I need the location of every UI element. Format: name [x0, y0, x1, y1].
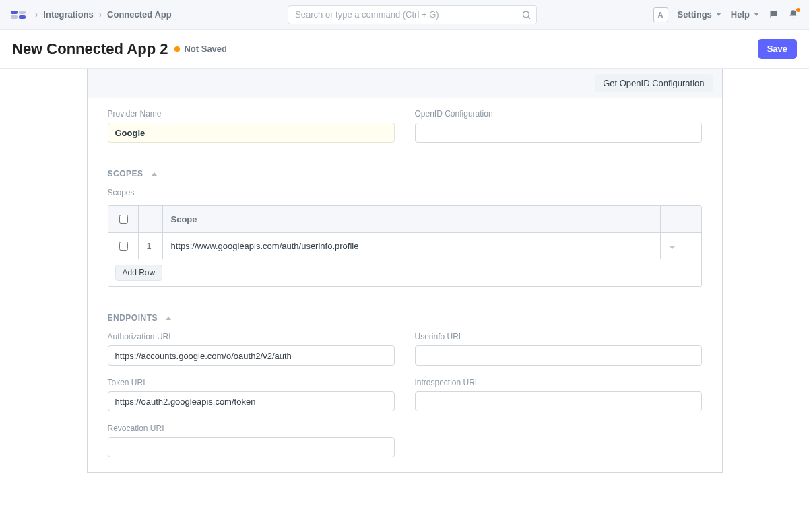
label-authorization-uri: Authorization URI	[108, 332, 395, 341]
help-menu[interactable]: Help	[731, 9, 759, 20]
settings-menu[interactable]: Settings	[678, 9, 721, 20]
chevron-up-icon	[166, 317, 171, 320]
row-index: 1	[138, 233, 162, 260]
add-row-button[interactable]: Add Row	[115, 265, 163, 281]
select-all-checkbox[interactable]	[119, 215, 128, 224]
chevron-down-icon	[669, 246, 676, 249]
label-userinfo-uri: Userinfo URI	[415, 332, 702, 341]
label-scopes: Scopes	[108, 188, 702, 197]
settings-label: Settings	[678, 9, 712, 20]
svg-point-0	[523, 11, 529, 18]
section-title-scopes: Scopes	[108, 169, 143, 178]
label-introspection-uri: Introspection URI	[415, 378, 702, 387]
label-token-uri: Token URI	[108, 378, 395, 387]
navbar: › Integrations › Connected App A Setting…	[0, 0, 809, 30]
nav-right: A Settings Help	[653, 7, 798, 22]
row-checkbox[interactable]	[119, 242, 128, 251]
notification-dot	[796, 8, 800, 12]
breadcrumb: › Integrations › Connected App	[35, 9, 172, 20]
section-scopes: Scopes Scopes Scope	[88, 158, 722, 302]
field-token-uri: Token URI	[108, 378, 395, 411]
field-openid-config: OpenID Configuration	[415, 109, 702, 143]
breadcrumb-link-integrations[interactable]: Integrations	[43, 9, 93, 20]
input-token-uri[interactable]	[108, 391, 395, 411]
label-provider-name: Provider Name	[108, 109, 395, 119]
page-header: New Connected App 2 Not Saved Save	[0, 30, 809, 69]
chevron-right-icon: ›	[99, 9, 102, 20]
input-authorization-uri[interactable]	[108, 345, 395, 366]
help-label: Help	[731, 9, 750, 20]
field-authorization-uri: Authorization URI	[108, 332, 395, 366]
breadcrumb-link-connected-app[interactable]: Connected App	[107, 9, 172, 20]
label-openid-config: OpenID Configuration	[415, 109, 702, 119]
column-index	[138, 206, 162, 233]
save-button[interactable]: Save	[758, 39, 797, 59]
row-actions[interactable]	[661, 233, 701, 260]
field-userinfo-uri: Userinfo URI	[415, 332, 702, 366]
app-logo[interactable]	[11, 11, 26, 19]
section-provider: Provider Name OpenID Configuration	[88, 98, 722, 158]
field-revocation-uri: Revocation URI	[108, 424, 395, 457]
input-userinfo-uri[interactable]	[415, 345, 702, 366]
column-scope: Scope	[162, 206, 661, 233]
get-openid-config-button[interactable]: Get OpenID Configuration	[595, 74, 712, 92]
input-provider-name[interactable]	[108, 123, 395, 143]
table-header-row: Scope	[108, 206, 701, 233]
section-header-endpoints[interactable]: Endpoints	[108, 313, 702, 323]
card-toolbar: Get OpenID Configuration	[88, 69, 722, 98]
form-card: Get OpenID Configuration Provider Name O…	[87, 69, 723, 473]
search-box	[288, 5, 537, 24]
table-row[interactable]: 1 https://www.googleapis.com/auth/userin…	[108, 233, 701, 260]
chevron-down-icon	[716, 13, 721, 16]
field-introspection-uri: Introspection URI	[415, 378, 702, 411]
input-introspection-uri[interactable]	[415, 391, 702, 411]
cell-scope[interactable]: https://www.googleapis.com/auth/userinfo…	[162, 233, 661, 260]
section-endpoints: Endpoints Authorization URI Userinfo URI…	[88, 302, 722, 472]
svg-line-1	[529, 16, 531, 18]
avatar[interactable]: A	[653, 7, 668, 22]
status-dot-icon	[174, 46, 180, 52]
chevron-up-icon	[152, 172, 157, 176]
search-icon	[521, 9, 531, 20]
chevron-down-icon	[754, 13, 759, 16]
column-actions	[661, 206, 701, 233]
page-title: New Connected App 2	[12, 40, 168, 58]
scopes-table: Scope 1 https://www.googleapis.com/auth/…	[108, 205, 702, 287]
column-checkbox	[108, 206, 139, 233]
content: Get OpenID Configuration Provider Name O…	[0, 69, 809, 500]
field-provider-name: Provider Name	[108, 109, 395, 143]
section-title-endpoints: Endpoints	[108, 313, 158, 323]
input-openid-config[interactable]	[415, 123, 702, 143]
search-input[interactable]	[288, 5, 537, 24]
status-label: Not Saved	[184, 44, 227, 54]
status-badge: Not Saved	[174, 44, 227, 54]
chat-icon[interactable]	[769, 9, 779, 20]
notifications-icon[interactable]	[788, 9, 798, 20]
label-revocation-uri: Revocation URI	[108, 424, 395, 433]
chevron-right-icon: ›	[35, 9, 38, 20]
section-header-scopes[interactable]: Scopes	[108, 169, 702, 178]
input-revocation-uri[interactable]	[108, 437, 395, 457]
